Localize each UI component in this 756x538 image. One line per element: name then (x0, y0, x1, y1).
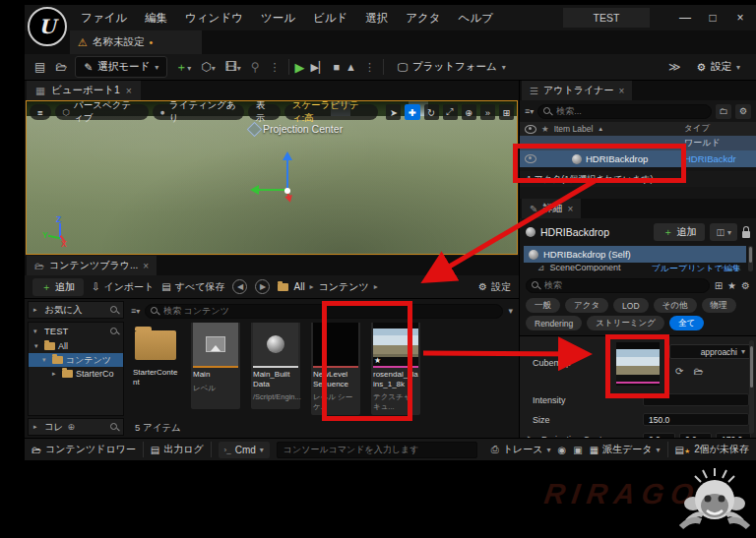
filter-physics[interactable]: 物理 (702, 298, 736, 313)
lock-icon[interactable] (742, 231, 750, 238)
search-icon[interactable] (110, 306, 118, 314)
select-mode-dropdown[interactable]: ✎ 選択モード ▾ (75, 56, 167, 78)
unreal-logo-icon[interactable]: U (28, 7, 67, 46)
menu-window[interactable]: ウィンドウ (176, 11, 252, 26)
gizmo-center[interactable] (284, 188, 290, 194)
asset-newlevel-sequence[interactable]: NewLevel Sequence レベル シーケ... (311, 323, 360, 415)
item-label-column[interactable]: Item Label (554, 124, 594, 134)
filter-lod[interactable]: LOD (613, 298, 648, 313)
component-scrollbar[interactable] (748, 246, 753, 271)
world-coordinate-icon[interactable]: ⊕ (462, 104, 476, 120)
viewport-tab[interactable]: ▦ ビューポート1 × (27, 81, 141, 100)
outliner-row-hdribackdrop[interactable]: HDRIBackdrop HDRIBackdr (520, 150, 756, 167)
eject-button[interactable]: ▲ (346, 61, 356, 73)
intensity-field[interactable] (643, 393, 749, 406)
asset-main-built-data[interactable]: Main_Built Data /Script/Engin... (251, 323, 300, 409)
close-button[interactable]: × (728, 11, 752, 25)
save-icon[interactable]: ▤ (32, 60, 47, 74)
add-content-button[interactable]: ＋ 追加 (32, 278, 84, 296)
collections-header[interactable]: ▸ コレ ⊕ (28, 418, 124, 436)
details-tab[interactable]: ✎ 詳細 × (522, 199, 581, 218)
visibility-eye-icon[interactable] (525, 154, 536, 163)
asset-rosendal-hdri[interactable]: ★ rosendal_plains_1_8k テクスチャキュ... (371, 323, 420, 415)
outliner-search-input[interactable] (537, 104, 712, 119)
gizmo-z-arrow[interactable] (286, 154, 288, 190)
viewport-menu-button[interactable]: ≡ (30, 104, 51, 120)
content-drawer-button[interactable]: 🗁 コンテンツドロワー (32, 443, 136, 456)
breadcrumb-root[interactable]: All (293, 281, 304, 292)
close-icon[interactable]: × (126, 85, 132, 96)
forward-button[interactable]: ▶ (255, 279, 270, 294)
tree-item-all[interactable]: ▾ All (29, 339, 123, 353)
gizmo-y-arrow[interactable] (253, 189, 286, 191)
add-component-button[interactable]: ＋ 追加 (654, 223, 705, 241)
favorites-star-icon[interactable]: ★ (727, 280, 736, 291)
project-name-badge[interactable]: TEST (563, 8, 650, 28)
level-tab[interactable]: ⚠ 名称未設定 • (70, 30, 202, 54)
menu-select[interactable]: 選択 (356, 11, 397, 26)
toolbar-expand-icon[interactable]: ≫ (666, 60, 683, 74)
cubemap-asset-dropdown[interactable]: approachi ▾ (669, 344, 751, 359)
details-search-input[interactable] (526, 278, 710, 293)
create-folder-icon[interactable]: 🗀 (716, 104, 731, 119)
record-icon[interactable]: ◉ (557, 445, 566, 455)
close-icon[interactable]: × (567, 204, 573, 214)
component-row-scene[interactable]: ⊿ SceneComponent ブループリントで編集 (524, 263, 746, 271)
minimize-button[interactable]: — (673, 11, 697, 25)
play-button[interactable]: ▶ (295, 60, 305, 75)
menu-help[interactable]: ヘルプ (450, 11, 502, 26)
transform-gizmo[interactable] (259, 147, 318, 206)
search-options-chevron-icon[interactable]: ▾ (508, 306, 513, 316)
browse-to-asset-icon[interactable]: 🗁 (693, 366, 703, 377)
filter-icon[interactable]: ≡▾ (131, 306, 140, 316)
cinematics-icon[interactable]: 🎞▾ (223, 60, 243, 74)
favorites-header[interactable]: ▸ お気に入 (28, 301, 124, 319)
details-scrollbar[interactable] (749, 340, 754, 434)
blueprints-icon[interactable]: ⬡▾ (199, 60, 218, 74)
menu-actor[interactable]: アクタ (397, 11, 449, 26)
content-browser-icon[interactable]: 🗁 (53, 60, 69, 74)
view-mode-dropdown[interactable]: ● ライティングあり (153, 104, 244, 120)
filter-icon[interactable]: ≡▾ (525, 106, 534, 116)
asset-folder-startercontent[interactable]: StarterContent (131, 323, 180, 387)
filter-streaming[interactable]: ストリーミング (587, 316, 664, 330)
derived-data-dropdown[interactable]: ▦ 派生データ ▾ (590, 443, 661, 456)
component-row-self[interactable]: HDRIBackdrop (Self) (524, 246, 746, 263)
size-field[interactable]: 150.0 (643, 413, 749, 426)
filter-rendering[interactable]: Rendering (526, 316, 582, 330)
project-tree-header[interactable]: ▾ TEST (29, 323, 123, 339)
snapshot-icon[interactable]: ▣ (573, 445, 582, 455)
viewport[interactable]: ≡ ⬡ パースペクティブ ● ライティングあり 表示 スケーラビリティ:高 ➤ … (26, 100, 518, 255)
add-actor-icon[interactable]: ＋▾ (173, 59, 193, 76)
console-command-input[interactable] (277, 442, 477, 458)
snapping-overflow-icon[interactable]: » (480, 104, 495, 120)
perspective-dropdown[interactable]: ⬡ パースペクティブ (55, 104, 149, 120)
settings-dropdown[interactable]: ⚙ 設定 ▾ (689, 57, 748, 77)
filter-general[interactable]: 一般 (526, 298, 560, 313)
filter-all[interactable]: 全て (669, 316, 704, 330)
use-selected-asset-icon[interactable]: ⟳ (675, 366, 683, 377)
type-column[interactable]: タイプ (684, 123, 751, 135)
filter-misc[interactable]: その他 (654, 298, 697, 313)
content-browser-settings-button[interactable]: ⚙ 設定 (478, 280, 511, 294)
output-log-button[interactable]: ▤ 出力ログ (151, 443, 204, 456)
play-options-dots[interactable]: ⋮ (362, 61, 377, 74)
toolbar-overflow-dots[interactable]: ⋮ (268, 61, 283, 74)
skip-button[interactable]: ▶▏ (311, 61, 328, 74)
asset-main-level[interactable]: Main レベル (191, 323, 240, 409)
search-icon[interactable] (110, 423, 118, 431)
menu-tools[interactable]: ツール (252, 11, 304, 26)
cmd-dropdown[interactable]: ›_ Cmd ▾ (219, 442, 270, 458)
outliner-row-world[interactable]: ワールド (520, 136, 756, 150)
gear-icon[interactable]: ⚙ (735, 104, 751, 119)
menu-edit[interactable]: 編集 (136, 11, 176, 26)
back-button[interactable]: ◀ (232, 279, 247, 294)
show-dropdown[interactable]: 表示 (248, 104, 281, 120)
search-icon[interactable] (110, 328, 118, 335)
save-all-button[interactable]: ▤ すべて保存 (161, 280, 224, 294)
gear-icon[interactable]: ⚙ (741, 280, 750, 291)
outliner-tab[interactable]: ☰ アウトライナー × (522, 81, 632, 100)
filter-actor[interactable]: アクタ (565, 298, 608, 313)
scale-tool-icon[interactable]: ⤢ (443, 104, 458, 120)
move-tool-icon[interactable]: ✚ (405, 104, 419, 120)
